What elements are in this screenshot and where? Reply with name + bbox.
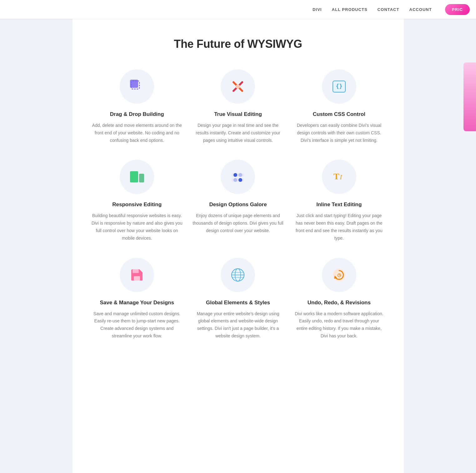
feature-desc-global-elements: Manage your entire website's design usin… bbox=[192, 310, 284, 340]
feature-title-undo-redo: Undo, Redo, & Revisions bbox=[308, 300, 371, 306]
feature-item-custom-css: {} Custom CSS ControlDevelopers can easi… bbox=[293, 69, 385, 144]
feature-desc-custom-css: Developers can easily combine Divi's vis… bbox=[293, 122, 385, 144]
feature-item-save-manage: Save & Manage Your DesignsSave and manag… bbox=[91, 258, 183, 340]
svg-point-14 bbox=[233, 178, 237, 182]
navbar: DIVI ALL PRODUCTS CONTACT ACCOUNT PRIC bbox=[0, 0, 476, 19]
svg-point-13 bbox=[238, 178, 242, 182]
main-content: The Future of WYSIWYG Drag & Drop Buildi… bbox=[73, 0, 404, 473]
inline-text-icon: T I bbox=[322, 160, 356, 194]
svg-point-11 bbox=[238, 173, 242, 177]
feature-desc-responsive: Building beautiful responsive websites i… bbox=[91, 212, 183, 242]
feature-desc-drag-drop: Add, delete and move elements around on … bbox=[91, 122, 183, 144]
true-visual-icon bbox=[221, 69, 255, 104]
svg-text:{}: {} bbox=[336, 83, 343, 89]
feature-title-global-elements: Global Elements & Styles bbox=[206, 300, 270, 306]
svg-point-4 bbox=[236, 84, 240, 89]
nav-link-divi[interactable]: DIVI bbox=[313, 7, 322, 12]
feature-desc-undo-redo: Divi works like a modern software applic… bbox=[293, 310, 385, 340]
feature-item-inline-text: T I Inline Text EditingJust click and st… bbox=[293, 160, 385, 242]
feature-item-responsive: Responsive EditingBuilding beautiful res… bbox=[91, 160, 183, 242]
svg-text:I: I bbox=[339, 173, 343, 181]
features-grid: Drag & Drop BuildingAdd, delete and move… bbox=[73, 69, 404, 359]
svg-rect-7 bbox=[130, 171, 138, 182]
feature-item-true-visual: True Visual EditingDesign your page in r… bbox=[192, 69, 284, 144]
svg-rect-18 bbox=[133, 269, 139, 273]
undo-redo-icon: ◷ bbox=[322, 258, 356, 292]
pricing-button[interactable]: PRIC bbox=[445, 4, 470, 15]
design-options-icon bbox=[221, 160, 255, 194]
svg-rect-17 bbox=[134, 276, 140, 281]
nav-links: DIVI ALL PRODUCTS CONTACT ACCOUNT PRIC bbox=[313, 4, 470, 15]
save-manage-icon bbox=[120, 258, 154, 292]
feature-title-responsive: Responsive Editing bbox=[112, 202, 162, 208]
custom-css-icon: {} bbox=[322, 69, 356, 104]
nav-link-all-products[interactable]: ALL PRODUCTS bbox=[332, 7, 368, 12]
feature-desc-true-visual: Design your page in real time and see th… bbox=[192, 122, 284, 144]
svg-point-10 bbox=[233, 173, 237, 177]
feature-item-global-elements: Global Elements & StylesManage your enti… bbox=[192, 258, 284, 340]
feature-item-design-options: Design Options GaloreEnjoy dozens of uni… bbox=[192, 160, 284, 242]
feature-desc-inline-text: Just click and start typing! Editing you… bbox=[293, 212, 385, 242]
feature-title-drag-drop: Drag & Drop Building bbox=[110, 111, 164, 117]
svg-rect-8 bbox=[139, 174, 144, 182]
feature-title-true-visual: True Visual Editing bbox=[214, 111, 262, 117]
svg-text:◷: ◷ bbox=[337, 272, 341, 277]
feature-title-save-manage: Save & Manage Your Designs bbox=[100, 300, 174, 306]
feature-desc-save-manage: Save and manage unlimited custom designs… bbox=[91, 310, 183, 340]
feature-title-design-options: Design Options Galore bbox=[209, 202, 267, 208]
drag-drop-icon bbox=[120, 69, 154, 104]
feature-item-undo-redo: ◷ Undo, Redo, & RevisionsDivi works like… bbox=[293, 258, 385, 340]
feature-desc-design-options: Enjoy dozens of unique page elements and… bbox=[192, 212, 284, 234]
nav-link-contact[interactable]: CONTACT bbox=[378, 7, 399, 12]
global-elements-icon bbox=[221, 258, 255, 292]
feature-title-custom-css: Custom CSS Control bbox=[313, 111, 365, 117]
svg-text:T: T bbox=[333, 172, 339, 181]
responsive-icon bbox=[120, 160, 154, 194]
nav-link-account[interactable]: ACCOUNT bbox=[409, 7, 432, 12]
feature-item-drag-drop: Drag & Drop BuildingAdd, delete and move… bbox=[91, 69, 183, 144]
side-decoration bbox=[463, 62, 476, 131]
page-title: The Future of WYSIWYG bbox=[73, 37, 404, 51]
feature-title-inline-text: Inline Text Editing bbox=[316, 202, 362, 208]
